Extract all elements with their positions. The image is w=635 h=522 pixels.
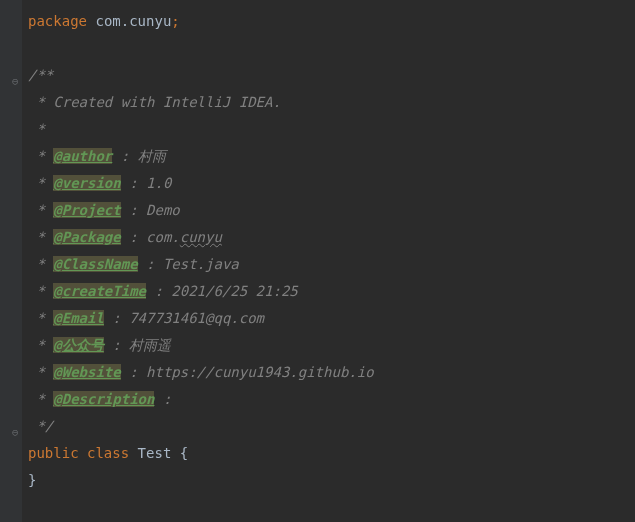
package-name: com.cunyu (95, 13, 171, 29)
javadoc-prefix: * (28, 337, 53, 353)
keyword-public: public (28, 445, 79, 461)
close-brace: } (28, 472, 36, 488)
javadoc-value: : com. (121, 229, 180, 245)
code-line: * @Website : https://cunyu1943.github.io (28, 359, 635, 386)
javadoc-value: : 1.0 (121, 175, 172, 191)
javadoc-prefix: * (28, 364, 53, 380)
javadoc-tag-classname: @ClassName (53, 256, 137, 272)
javadoc-value: : (154, 391, 171, 407)
javadoc-text: * Created with IntelliJ IDEA. (28, 94, 281, 110)
code-line: * @Package : com.cunyu (28, 224, 635, 251)
javadoc-prefix: * (28, 256, 53, 272)
code-line: /** (28, 62, 635, 89)
javadoc-value-wavy: cunyu (180, 229, 222, 245)
javadoc-prefix: * (28, 148, 53, 164)
open-brace: { (180, 445, 188, 461)
class-name: Test (138, 445, 172, 461)
javadoc-value: : Test.java (138, 256, 239, 272)
javadoc-tag-website: @Website (53, 364, 120, 380)
javadoc-close: */ (28, 418, 53, 434)
javadoc-prefix: * (28, 202, 53, 218)
code-line: package com.cunyu; (28, 8, 635, 35)
javadoc-prefix: * (28, 175, 53, 191)
javadoc-value: : 2021/6/25 21:25 (146, 283, 298, 299)
javadoc-prefix: * (28, 391, 53, 407)
javadoc-value: : 747731461@qq.com (104, 310, 264, 326)
javadoc-value: : 村雨遥 (104, 337, 171, 353)
javadoc-value: : Demo (121, 202, 180, 218)
code-line: */ (28, 413, 635, 440)
code-line: * @createTime : 2021/6/25 21:25 (28, 278, 635, 305)
javadoc-prefix: * (28, 283, 53, 299)
code-line: * @author : 村雨 (28, 143, 635, 170)
javadoc-tag-version: @version (53, 175, 120, 191)
javadoc-open: /** (28, 67, 53, 83)
javadoc-star: * (28, 121, 45, 137)
javadoc-tag-author: @author (53, 148, 112, 164)
code-line: * @Description : (28, 386, 635, 413)
code-line: * (28, 116, 635, 143)
javadoc-tag-project: @Project (53, 202, 120, 218)
javadoc-prefix: * (28, 310, 53, 326)
javadoc-tag-createtime: @createTime (53, 283, 146, 299)
code-line: } (28, 467, 635, 494)
keyword-class: class (87, 445, 129, 461)
code-line: * @Email : 747731461@qq.com (28, 305, 635, 332)
semicolon: ; (171, 13, 179, 29)
keyword-package: package (28, 13, 87, 29)
javadoc-tag-description: @Description (53, 391, 154, 407)
code-editor[interactable]: package com.cunyu; /** * Created with In… (0, 0, 635, 502)
javadoc-value: : https://cunyu1943.github.io (121, 364, 374, 380)
javadoc-value: : 村雨 (112, 148, 165, 164)
code-line: * @Project : Demo (28, 197, 635, 224)
code-line: * @公众号 : 村雨遥 (28, 332, 635, 359)
javadoc-tag-package: @Package (53, 229, 120, 245)
code-line: * Created with IntelliJ IDEA. (28, 89, 635, 116)
code-line: * @ClassName : Test.java (28, 251, 635, 278)
code-line (28, 35, 635, 62)
javadoc-prefix: * (28, 229, 53, 245)
code-line: * @version : 1.0 (28, 170, 635, 197)
code-line: public class Test { (28, 440, 635, 467)
javadoc-tag-email: @Email (53, 310, 104, 326)
javadoc-tag-wechat: @公众号 (53, 337, 103, 353)
